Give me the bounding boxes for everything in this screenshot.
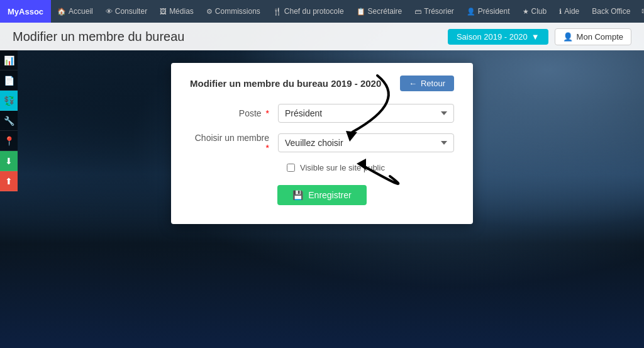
sidebar-item-exchange[interactable]: 💱 xyxy=(0,91,18,111)
save-icon: 💾 xyxy=(292,190,303,200)
document-icon: 📄 xyxy=(4,76,14,86)
archive-icon: 🗃 xyxy=(414,8,421,15)
clipboard-icon: 📋 xyxy=(357,8,365,16)
star-icon: ★ xyxy=(523,8,529,16)
poste-select[interactable]: Président Vice-Président Secrétaire Trés… xyxy=(278,104,454,123)
sidebar: 📊 📄 💱 🔧 📍 ⬇ ⬆ xyxy=(0,50,18,191)
user-icon: 👤 xyxy=(467,8,475,16)
arrow-left-icon: ← xyxy=(409,79,417,88)
navbar: MyAssoc 🏠Accueil 👁Consulter 🖼Médias ⚙Com… xyxy=(0,0,644,23)
nav-items: 🏠Accueil 👁Consulter 🖼Médias ⚙Commissions… xyxy=(51,0,636,23)
eye-icon: 👁 xyxy=(106,8,113,15)
subheader: Modifier un membre du bureau Saison 2019… xyxy=(0,23,644,50)
exchange-icon: 💱 xyxy=(4,96,14,106)
fork-icon: 🍴 xyxy=(273,8,282,16)
modal-title: Modifier un membre du bureau 2019 - 2020 xyxy=(190,78,381,89)
sidebar-item-document[interactable]: 📄 xyxy=(0,70,18,91)
user-account-icon: 👤 xyxy=(563,32,573,42)
sidebar-item-upload[interactable]: ⬆ xyxy=(0,171,18,191)
membre-label: Choisir un membre * xyxy=(190,133,278,153)
modal-panel: Modifier un membre du bureau 2019 - 2020… xyxy=(171,63,473,224)
page-title: Modifier un membre du bureau xyxy=(13,30,184,44)
info-icon: ℹ xyxy=(559,8,562,16)
poste-row: Poste * Président Vice-Président Secréta… xyxy=(190,104,454,123)
visible-public-checkbox[interactable] xyxy=(287,164,295,172)
sidebar-item-settings[interactable]: 🔧 xyxy=(0,111,18,131)
nav-chef-protocole[interactable]: 🍴Chef du protocole xyxy=(267,0,350,23)
subheader-right: Saison 2019 - 2020 ▼ 👤 Mon Compte xyxy=(448,28,631,45)
required-star-poste: * xyxy=(266,108,269,118)
checkbox-row: Visible sur le site public xyxy=(190,163,454,172)
brand-logo[interactable]: MyAssoc xyxy=(0,0,51,23)
email-icon[interactable]: ✉ xyxy=(636,7,644,16)
save-button[interactable]: 💾 Enregistrer xyxy=(277,185,366,205)
form-actions: 💾 Enregistrer xyxy=(190,185,454,205)
upload-icon: ⬆ xyxy=(5,176,13,186)
image-icon: 🖼 xyxy=(160,8,167,15)
download-icon: ⬇ xyxy=(5,156,13,166)
nav-president[interactable]: 👤Président xyxy=(460,0,516,23)
nav-commissions[interactable]: ⚙Commissions xyxy=(200,0,267,23)
chevron-down-icon: ▼ xyxy=(531,32,540,42)
chart-icon: 📊 xyxy=(4,55,14,65)
checkbox-label[interactable]: Visible sur le site public xyxy=(300,163,385,172)
navbar-right: ✉ ⊞ xyxy=(636,7,644,16)
modal-overlay: Modifier un membre du bureau 2019 - 2020… xyxy=(0,50,644,348)
account-button[interactable]: 👤 Mon Compte xyxy=(555,28,631,45)
sidebar-item-download[interactable]: ⬇ xyxy=(0,151,18,171)
back-button[interactable]: ← Retour xyxy=(400,76,454,91)
nav-medias[interactable]: 🖼Médias xyxy=(153,0,200,23)
gear-icon: ⚙ xyxy=(206,8,213,16)
membre-select[interactable]: Veuillez choisir xyxy=(278,133,454,152)
nav-backoffice[interactable]: Back Office xyxy=(586,0,636,23)
nav-accueil[interactable]: 🏠Accueil xyxy=(51,0,99,23)
wrench-icon: 🔧 xyxy=(4,116,14,126)
poste-label: Poste * xyxy=(190,108,278,118)
nav-tresorier[interactable]: 🗃Trésorier xyxy=(408,0,460,23)
sidebar-item-location[interactable]: 📍 xyxy=(0,131,18,151)
modal-header: Modifier un membre du bureau 2019 - 2020… xyxy=(190,76,454,91)
required-star-membre: * xyxy=(266,143,269,153)
membre-row: Choisir un membre * Veuillez choisir xyxy=(190,133,454,153)
home-icon: 🏠 xyxy=(57,8,66,16)
pin-icon: 📍 xyxy=(4,136,14,146)
season-button[interactable]: Saison 2019 - 2020 ▼ xyxy=(448,29,548,45)
nav-aide[interactable]: ℹAide xyxy=(553,0,586,23)
nav-club[interactable]: ★Club xyxy=(516,0,553,23)
sidebar-item-chart[interactable]: 📊 xyxy=(0,50,18,70)
nav-consulter[interactable]: 👁Consulter xyxy=(99,0,153,23)
nav-secretaire[interactable]: 📋Secrétaire xyxy=(350,0,409,23)
